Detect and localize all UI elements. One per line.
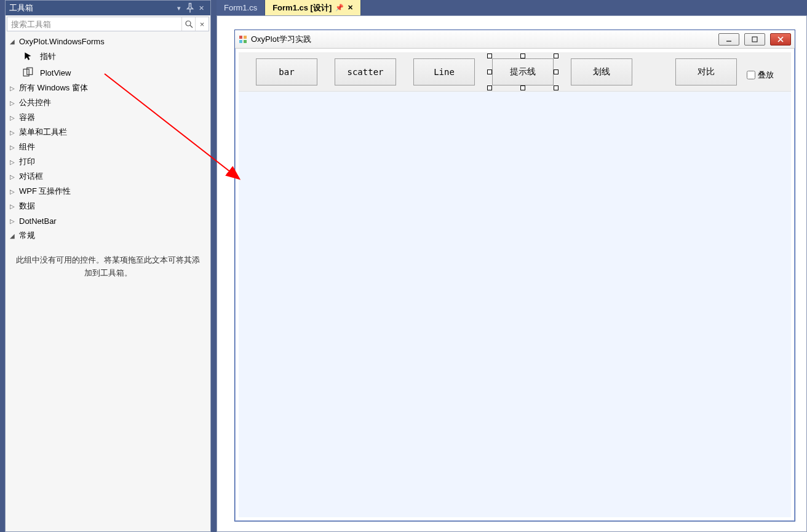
svg-rect-7 <box>244 40 247 43</box>
line-button[interactable]: Line <box>413 58 475 85</box>
toolbox-group-container[interactable]: ▷ 容器 <box>6 110 210 125</box>
winform-preview[interactable]: OxyPlot学习实践 bar scatter Line 提示线 划线 对比 <box>234 30 795 522</box>
group-label: DotNetBar <box>17 216 57 226</box>
toolbox-item-plotview[interactable]: PlotView <box>6 65 210 81</box>
leaf-label: PlotView <box>40 68 71 77</box>
close-icon[interactable]: ✕ <box>348 4 353 12</box>
expand-icon[interactable]: ▷ <box>8 188 17 195</box>
toolbox-group-menus[interactable]: ▷ 菜单和工具栏 <box>6 125 210 140</box>
pin-icon[interactable] <box>185 2 196 14</box>
search-clear-icon[interactable]: × <box>195 17 209 31</box>
winform-client-area[interactable]: bar scatter Line 提示线 划线 对比 叠放 <box>239 52 791 517</box>
group-label: 公共控件 <box>17 97 51 108</box>
app-icon <box>239 35 247 44</box>
toolbox-group-allwinforms[interactable]: ▷ 所有 Windows 窗体 <box>6 81 210 95</box>
group-label: 打印 <box>17 156 35 167</box>
search-input[interactable] <box>7 17 181 31</box>
toolbox-group-dialog[interactable]: ▷ 对话框 <box>6 169 210 184</box>
tab-label: Form1.cs <box>224 3 257 12</box>
expand-icon[interactable]: ▷ <box>8 173 17 180</box>
svg-rect-5 <box>244 36 247 39</box>
toolbox-group-oxyplot[interactable]: ◢ OxyPlot.WindowsForms <box>6 34 210 49</box>
winform-title: OxyPlot学习实践 <box>251 34 714 45</box>
expand-icon[interactable]: ▷ <box>8 159 17 165</box>
toolbox-tree: ◢ OxyPlot.WindowsForms 指针 PlotView ▷ 所有 … <box>6 33 210 531</box>
toolbox-title: 工具箱 <box>9 2 173 14</box>
svg-rect-4 <box>239 36 242 39</box>
toolbox-group-common[interactable]: ▷ 公共控件 <box>6 95 210 110</box>
toolbox-group-dotnetbar[interactable]: ▷ DotNetBar <box>6 213 210 228</box>
group-label: 对话框 <box>17 171 43 182</box>
scatter-button[interactable]: scatter <box>335 58 396 85</box>
toolbox-group-components[interactable]: ▷ 组件 <box>6 140 210 154</box>
svg-point-0 <box>186 21 191 26</box>
expand-icon[interactable]: ▷ <box>8 114 17 121</box>
toolbox-group-data[interactable]: ▷ 数据 <box>6 199 210 213</box>
close-button[interactable] <box>770 33 791 46</box>
leaf-label: 指针 <box>40 51 56 62</box>
expand-icon[interactable]: ▷ <box>8 129 17 136</box>
minimize-button[interactable] <box>718 33 739 46</box>
toolbox-group-print[interactable]: ▷ 打印 <box>6 154 210 169</box>
toolbox-group-general[interactable]: ◢ 常规 <box>6 228 210 243</box>
group-label: 组件 <box>17 141 35 153</box>
pointer-icon <box>23 51 34 62</box>
svg-rect-9 <box>752 37 757 42</box>
collapse-icon[interactable]: ◢ <box>8 38 17 45</box>
group-label: 常规 <box>17 230 35 241</box>
toolbox-search: × <box>7 17 209 31</box>
checkbox-label: 叠放 <box>758 69 774 81</box>
hintline-button[interactable]: 提示线 <box>492 58 554 85</box>
group-label: WPF 互操作性 <box>17 186 71 197</box>
winform-titlebar: OxyPlot学习实践 <box>235 30 795 49</box>
tab-label: Form1.cs [设计] <box>272 2 332 14</box>
bar-button[interactable]: bar <box>256 58 317 85</box>
tab-form1-design[interactable]: Form1.cs [设计] 📌 ✕ <box>265 0 361 15</box>
expand-icon[interactable]: ▷ <box>8 144 17 151</box>
svg-rect-6 <box>239 40 242 43</box>
toolbox-titlebar: 工具箱 ▾ ✕ <box>6 1 210 15</box>
markline-button[interactable]: 划线 <box>571 58 632 85</box>
plotview-icon <box>23 67 34 78</box>
group-label: OxyPlot.WindowsForms <box>17 37 105 46</box>
group-label: 数据 <box>17 200 35 212</box>
group-label: 菜单和工具栏 <box>17 127 67 138</box>
toolbox-panel: 工具箱 ▾ ✕ × ◢ OxyPlot.WindowsForms 指针 <box>5 0 211 532</box>
pin-icon[interactable]: 📌 <box>335 4 344 12</box>
designer-surface[interactable]: OxyPlot学习实践 bar scatter Line 提示线 划线 对比 <box>217 15 807 532</box>
button-panel: bar scatter Line 提示线 划线 对比 叠放 <box>239 52 791 92</box>
maximize-button[interactable] <box>744 33 765 46</box>
expand-icon[interactable]: ▷ <box>8 100 17 106</box>
panel-dropdown-icon[interactable]: ▾ <box>173 2 185 14</box>
expand-icon[interactable]: ▷ <box>8 203 17 210</box>
toolbox-item-pointer[interactable]: 指针 <box>6 49 210 65</box>
tab-form1-code[interactable]: Form1.cs <box>217 0 265 15</box>
overlay-checkbox-input[interactable] <box>747 71 755 79</box>
group-label: 容器 <box>17 112 35 123</box>
toolbox-group-wpf[interactable]: ▷ WPF 互操作性 <box>6 184 210 199</box>
expand-icon[interactable]: ▷ <box>8 218 17 224</box>
compare-button[interactable]: 对比 <box>675 58 737 85</box>
search-icon[interactable] <box>181 17 195 31</box>
group-label: 所有 Windows 窗体 <box>17 82 88 93</box>
expand-icon[interactable]: ▷ <box>8 85 17 92</box>
collapse-icon[interactable]: ◢ <box>8 232 17 239</box>
svg-line-1 <box>190 25 193 28</box>
close-icon[interactable]: ✕ <box>196 2 207 14</box>
toolbox-empty-message: 此组中没有可用的控件。将某项拖至此文本可将其添加到工具箱。 <box>6 243 210 286</box>
overlay-checkbox[interactable]: 叠放 <box>747 69 774 81</box>
document-tabstrip: Form1.cs Form1.cs [设计] 📌 ✕ <box>217 0 361 15</box>
